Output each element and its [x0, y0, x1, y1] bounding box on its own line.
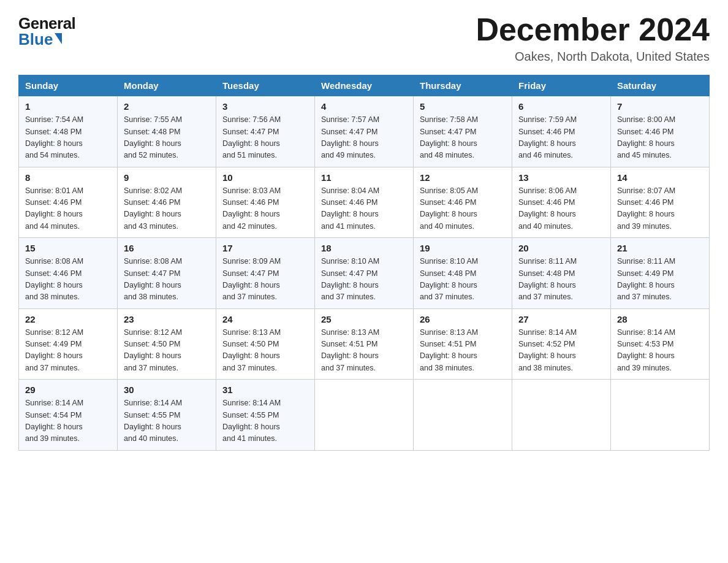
logo-general-text: General	[18, 15, 75, 31]
day-info: Sunrise: 8:14 AMSunset: 4:52 PMDaylight:…	[518, 327, 604, 375]
calendar-table: Sunday Monday Tuesday Wednesday Thursday…	[18, 75, 710, 451]
calendar-week-row: 15Sunrise: 8:08 AMSunset: 4:46 PMDayligh…	[19, 238, 710, 309]
table-row: 9Sunrise: 8:02 AMSunset: 4:46 PMDaylight…	[118, 167, 216, 238]
col-wednesday: Wednesday	[315, 75, 414, 96]
table-row	[414, 380, 512, 451]
day-info: Sunrise: 8:13 AMSunset: 4:51 PMDaylight:…	[420, 327, 506, 375]
day-number: 23	[124, 314, 210, 324]
day-info: Sunrise: 8:14 AMSunset: 4:53 PMDaylight:…	[617, 327, 703, 375]
col-sunday: Sunday	[19, 75, 118, 96]
day-number: 2	[124, 101, 210, 112]
table-row: 19Sunrise: 8:10 AMSunset: 4:48 PMDayligh…	[414, 238, 512, 309]
table-row: 24Sunrise: 8:13 AMSunset: 4:50 PMDayligh…	[216, 308, 315, 380]
table-row: 2Sunrise: 7:55 AMSunset: 4:48 PMDaylight…	[118, 96, 216, 167]
table-row: 5Sunrise: 7:58 AMSunset: 4:47 PMDaylight…	[414, 96, 512, 167]
day-info: Sunrise: 8:08 AMSunset: 4:47 PMDaylight:…	[124, 256, 210, 304]
day-info: Sunrise: 7:56 AMSunset: 4:47 PMDaylight:…	[222, 114, 308, 162]
day-info: Sunrise: 8:10 AMSunset: 4:47 PMDaylight:…	[321, 256, 407, 304]
day-number: 20	[518, 243, 604, 253]
table-row	[611, 380, 710, 451]
calendar-week-row: 1Sunrise: 7:54 AMSunset: 4:48 PMDaylight…	[19, 96, 710, 167]
table-row: 20Sunrise: 8:11 AMSunset: 4:48 PMDayligh…	[512, 238, 611, 309]
table-row: 12Sunrise: 8:05 AMSunset: 4:46 PMDayligh…	[414, 167, 512, 238]
day-number: 5	[420, 101, 506, 112]
table-row: 29Sunrise: 8:14 AMSunset: 4:54 PMDayligh…	[19, 380, 118, 451]
table-row: 15Sunrise: 8:08 AMSunset: 4:46 PMDayligh…	[19, 238, 118, 309]
table-row: 8Sunrise: 8:01 AMSunset: 4:46 PMDaylight…	[19, 167, 118, 238]
table-row: 1Sunrise: 7:54 AMSunset: 4:48 PMDaylight…	[19, 96, 118, 167]
day-number: 8	[25, 172, 111, 183]
day-info: Sunrise: 8:12 AMSunset: 4:50 PMDaylight:…	[124, 327, 210, 375]
table-row	[315, 380, 414, 451]
table-row: 23Sunrise: 8:12 AMSunset: 4:50 PMDayligh…	[118, 308, 216, 380]
calendar-week-row: 8Sunrise: 8:01 AMSunset: 4:46 PMDaylight…	[19, 167, 710, 238]
day-number: 26	[420, 314, 506, 324]
day-number: 10	[222, 172, 308, 183]
table-row	[512, 380, 611, 451]
day-info: Sunrise: 8:01 AMSunset: 4:46 PMDaylight:…	[25, 185, 111, 233]
day-info: Sunrise: 7:57 AMSunset: 4:47 PMDaylight:…	[321, 114, 407, 162]
logo-triangle-icon	[55, 33, 62, 44]
table-row: 30Sunrise: 8:14 AMSunset: 4:55 PMDayligh…	[118, 380, 216, 451]
day-info: Sunrise: 8:05 AMSunset: 4:46 PMDaylight:…	[420, 185, 506, 233]
day-info: Sunrise: 8:14 AMSunset: 4:54 PMDaylight:…	[25, 397, 111, 445]
table-row: 31Sunrise: 8:14 AMSunset: 4:55 PMDayligh…	[216, 380, 315, 451]
day-number: 3	[222, 101, 308, 112]
table-row: 3Sunrise: 7:56 AMSunset: 4:47 PMDaylight…	[216, 96, 315, 167]
day-info: Sunrise: 8:13 AMSunset: 4:51 PMDaylight:…	[321, 327, 407, 375]
day-info: Sunrise: 7:58 AMSunset: 4:47 PMDaylight:…	[420, 114, 506, 162]
day-number: 4	[321, 101, 407, 112]
day-info: Sunrise: 8:14 AMSunset: 4:55 PMDaylight:…	[222, 397, 308, 445]
table-row: 16Sunrise: 8:08 AMSunset: 4:47 PMDayligh…	[118, 238, 216, 309]
table-row: 25Sunrise: 8:13 AMSunset: 4:51 PMDayligh…	[315, 308, 414, 380]
day-info: Sunrise: 8:08 AMSunset: 4:46 PMDaylight:…	[25, 256, 111, 304]
table-row: 17Sunrise: 8:09 AMSunset: 4:47 PMDayligh…	[216, 238, 315, 309]
day-number: 17	[222, 243, 308, 253]
day-number: 25	[321, 314, 407, 324]
table-row: 26Sunrise: 8:13 AMSunset: 4:51 PMDayligh…	[414, 308, 512, 380]
day-number: 18	[321, 243, 407, 253]
day-number: 14	[617, 172, 703, 183]
title-block: December 2024 Oakes, North Dakota, Unite…	[476, 12, 710, 64]
day-info: Sunrise: 8:10 AMSunset: 4:48 PMDaylight:…	[420, 256, 506, 304]
day-number: 9	[124, 172, 210, 183]
day-number: 16	[124, 243, 210, 253]
day-info: Sunrise: 8:14 AMSunset: 4:55 PMDaylight:…	[124, 397, 210, 445]
calendar-week-row: 22Sunrise: 8:12 AMSunset: 4:49 PMDayligh…	[19, 308, 710, 380]
day-number: 15	[25, 243, 111, 253]
table-row: 28Sunrise: 8:14 AMSunset: 4:53 PMDayligh…	[611, 308, 710, 380]
day-number: 13	[518, 172, 604, 183]
col-thursday: Thursday	[414, 75, 512, 96]
table-row: 6Sunrise: 7:59 AMSunset: 4:46 PMDaylight…	[512, 96, 611, 167]
calendar-week-row: 29Sunrise: 8:14 AMSunset: 4:54 PMDayligh…	[19, 380, 710, 451]
day-info: Sunrise: 8:02 AMSunset: 4:46 PMDaylight:…	[124, 185, 210, 233]
day-info: Sunrise: 8:03 AMSunset: 4:46 PMDaylight:…	[222, 185, 308, 233]
day-info: Sunrise: 8:09 AMSunset: 4:47 PMDaylight:…	[222, 256, 308, 304]
day-info: Sunrise: 7:55 AMSunset: 4:48 PMDaylight:…	[124, 114, 210, 162]
table-row: 10Sunrise: 8:03 AMSunset: 4:46 PMDayligh…	[216, 167, 315, 238]
day-number: 19	[420, 243, 506, 253]
day-number: 27	[518, 314, 604, 324]
day-info: Sunrise: 7:59 AMSunset: 4:46 PMDaylight:…	[518, 114, 604, 162]
day-info: Sunrise: 8:11 AMSunset: 4:48 PMDaylight:…	[518, 256, 604, 304]
day-info: Sunrise: 8:07 AMSunset: 4:46 PMDaylight:…	[617, 185, 703, 233]
table-row: 11Sunrise: 8:04 AMSunset: 4:46 PMDayligh…	[315, 167, 414, 238]
day-number: 11	[321, 172, 407, 183]
col-saturday: Saturday	[611, 75, 710, 96]
day-info: Sunrise: 7:54 AMSunset: 4:48 PMDaylight:…	[25, 114, 111, 162]
logo-blue-row: Blue	[18, 31, 62, 47]
day-number: 12	[420, 172, 506, 183]
col-monday: Monday	[118, 75, 216, 96]
day-info: Sunrise: 8:12 AMSunset: 4:49 PMDaylight:…	[25, 327, 111, 375]
day-number: 31	[222, 385, 308, 395]
day-info: Sunrise: 8:11 AMSunset: 4:49 PMDaylight:…	[617, 256, 703, 304]
day-info: Sunrise: 8:13 AMSunset: 4:50 PMDaylight:…	[222, 327, 308, 375]
calendar-header-row: Sunday Monday Tuesday Wednesday Thursday…	[19, 75, 710, 96]
day-info: Sunrise: 8:06 AMSunset: 4:46 PMDaylight:…	[518, 185, 604, 233]
logo-blue-text: Blue	[18, 31, 53, 47]
table-row: 4Sunrise: 7:57 AMSunset: 4:47 PMDaylight…	[315, 96, 414, 167]
logo: General Blue	[18, 15, 75, 47]
month-title: December 2024	[476, 12, 710, 47]
location-text: Oakes, North Dakota, United States	[476, 50, 710, 64]
day-number: 21	[617, 243, 703, 253]
